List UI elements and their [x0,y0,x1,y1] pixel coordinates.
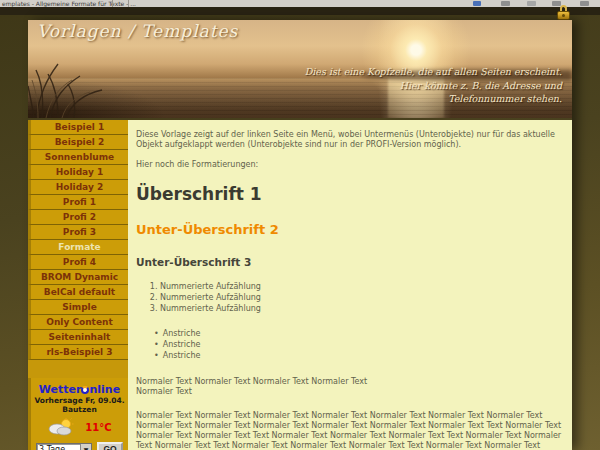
tagline-line-3: Telefonnummer stehen. [305,92,562,106]
sidebar-item-sonnenblume[interactable]: Sonnenblume [28,150,128,165]
sidebar-item-simple[interactable]: Simple [28,300,128,315]
site-title: Vorlagen / Templates [37,21,238,41]
sidebar-item-seiteninhalt[interactable]: Seiteninhalt [28,330,128,345]
forecast-date-label: Vorhersage Fr, 09.04. [31,396,128,405]
bullet-list-item: Anstriche [154,339,562,350]
heading-1: Überschrift 1 [136,184,562,204]
sidebar-item-profi-4[interactable]: Profi 4 [28,255,128,270]
sidebar-item-holiday-1[interactable]: Holiday 1 [28,165,128,180]
sidebar-item-beispiel-1[interactable]: Beispiel 1 [28,120,128,135]
normal-text-line-2: Normaler Text [136,387,562,397]
sidebar-item-belcal-default[interactable]: BelCal default [28,285,128,300]
bullet-list: AnstricheAnstricheAnstriche [154,328,562,361]
page: Vorlagen / Templates Dies ist eine Kopfz… [28,20,572,450]
numbered-list: Nummerierte AufzählungNummerierte Aufzäh… [160,281,562,314]
sidebar-item-brom-dynamic[interactable]: BROM Dynamic [28,270,128,285]
sidebar-menu: Beispiel 1Beispiel 2SonnenblumeHoliday 1… [28,120,128,360]
chevron-down-icon[interactable]: ▼ [80,444,91,450]
sidebar-item-only-content[interactable]: Only Content [28,315,128,330]
lock-keyhole [562,14,565,17]
numbered-list-item: Nummerierte Aufzählung [160,292,562,303]
tagline-line-2: Hier könnte z. B. die Adresse und [305,79,562,93]
cloud-sun-icon [47,418,75,436]
wetteronline-logo-prefix: Wetter [39,383,82,396]
sidebar-item-profi-1[interactable]: Profi 1 [28,195,128,210]
main-content: Diese Vorlage zeigt auf der linken Seite… [128,120,572,450]
normal-text-line-1: Normaler Text Normaler Text Normaler Tex… [136,377,562,387]
heading-2: Unter-Überschrift 2 [136,222,562,238]
wetteronline-logo-suffix: nline [89,383,120,396]
weather-widget: Wetternline Vorhersage Fr, 09.04. Bautze… [28,378,128,450]
forecast-range-value: 3 Tage [37,444,80,450]
beach-grass-icon [28,56,178,118]
sidebar-item-rls-beispiel-3[interactable]: rls-Beispiel 3 [28,345,128,360]
browser-tab-title[interactable]: emplates - Allgemeine Formate für Texte … [2,0,136,7]
go-button[interactable]: GO [97,442,123,450]
normal-text-block: Normaler Text Normaler Text Normaler Tex… [136,377,562,397]
header-banner: Vorlagen / Templates Dies ist eine Kopfz… [28,20,572,118]
dark-top-bar [0,7,600,15]
sidebar: Beispiel 1Beispiel 2SonnenblumeHoliday 1… [28,120,128,450]
sidebar-item-formate[interactable]: Formate [28,240,128,255]
numbered-list-item: Nummerierte Aufzählung [160,281,562,292]
intro-paragraph: Diese Vorlage zeigt auf der linken Seite… [136,130,562,150]
header-tagline: Dies ist eine Kopfzeile, die auf allen S… [305,65,562,106]
sidebar-item-profi-2[interactable]: Profi 2 [28,210,128,225]
screen: emplates - Allgemeine Formate für Texte … [0,0,600,450]
tab-divider [128,0,129,7]
sidebar-item-beispiel-2[interactable]: Beispiel 2 [28,135,128,150]
heading-3: Unter-Überschrift 3 [136,256,562,269]
browser-toolbar-icon[interactable] [501,1,510,6]
browser-toolbar-icon[interactable] [473,1,481,6]
wetteronline-logo[interactable]: Wetternline [31,383,128,396]
normal-text-paragraph: Normaler Text Normaler Text Normaler Tex… [136,411,562,450]
forecast-city-label: Bautzen [31,405,128,414]
tagline-line-1: Dies ist eine Kopfzeile, die auf allen S… [305,65,562,79]
lock-icon [556,5,572,21]
sidebar-item-profi-3[interactable]: Profi 3 [28,225,128,240]
sidebar-item-holiday-2[interactable]: Holiday 2 [28,180,128,195]
browser-toolbar-icon[interactable] [580,1,589,6]
bullet-list-item: Anstriche [154,350,562,361]
bullet-list-item: Anstriche [154,328,562,339]
temperature-value: 11°C [85,422,111,433]
numbered-list-item: Nummerierte Aufzählung [160,303,562,314]
forecast-range-select[interactable]: 3 Tage ▼ [36,443,92,450]
tab-divider [112,0,113,7]
browser-tab-strip: emplates - Allgemeine Formate für Texte … [0,0,600,7]
browser-toolbar-icon[interactable] [527,1,536,6]
formats-intro-line: Hier noch die Formatierungen: [136,160,562,170]
